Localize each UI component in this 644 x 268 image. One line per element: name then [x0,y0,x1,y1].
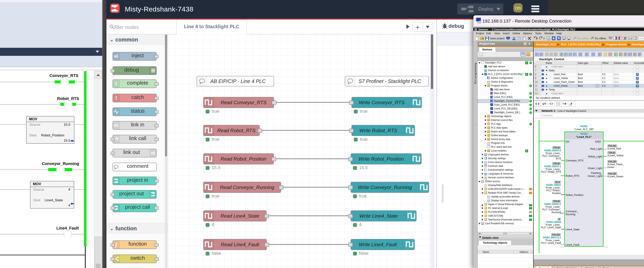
svg-text:Go online: Go online [578,37,589,40]
svg-text:?: ? [611,37,612,39]
svg-text:??: ?? [557,103,559,105]
svg-text:<Sea: <Sea [639,37,644,40]
svg-text:01: 01 [548,38,550,40]
svg-text:Go offline: Go offline [595,37,606,40]
svg-text:Save project: Save project [490,37,505,40]
svg-text:RT: RT [568,38,570,40]
